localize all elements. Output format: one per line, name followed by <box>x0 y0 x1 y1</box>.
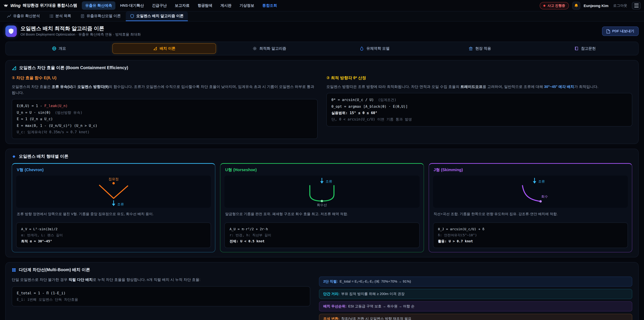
tab-boom-algorithm-theory[interactable]: 오일펜스 배치 알고리즘 이론 <box>126 12 188 21</box>
card-formula-block: A_V = L²·sin(2α)/2 α: 반개각, L: 펜스 길이 최적 α… <box>16 223 211 248</box>
chevron-diagram: 집유점 조류 <box>16 176 211 208</box>
svg-text:조류: 조류 <box>538 180 545 183</box>
building-icon <box>468 46 473 51</box>
card-description: 말굽형으로 기름을 완전 포위. 폐쇄형 구조로 회수 효율 최고. 저조류 해… <box>220 208 424 223</box>
section-nav-label: 현장 적용 <box>475 46 491 51</box>
card-description: 직선+곡선 조합. 기름을 한쪽으로 편향 유도하여 집유. 강조류·연안 배치… <box>429 208 632 223</box>
block-paragraph: 오일펜스 방향각은 조류 방향에 따라 최적화됩니다. 차단 면적과 오일 수집… <box>326 84 632 90</box>
page-shield-icon <box>5 26 17 37</box>
section-title: 오일펜스 차단 효율 이론 (Boom Containment Efficien… <box>19 65 128 71</box>
sub-tabbar: 유출유 확산분석 분석 목록 유출유확산모델 이론 오일펜스 배치 알고리즘 이… <box>0 12 644 22</box>
menu-button[interactable] <box>632 2 641 9</box>
section-nav-field-application[interactable]: 현장 적용 <box>428 43 532 54</box>
card-description: 조류 방향 정면에서 양쪽으로 펼친 V형. 기름을 중앙 집유점으로 유도, … <box>12 208 215 223</box>
section-nav-optimization-algorithm[interactable]: 최적화 알고리즘 <box>218 43 321 54</box>
efficiency-columns: ① 차단 효율 함수 E(θ, U) 오일펜스의 차단 효율은 조류 유속(U)… <box>12 75 632 139</box>
gear-icon <box>252 46 257 51</box>
set-square-icon <box>12 66 16 70</box>
page-title-block: 오일펜스 배치 최적화 알고리즘 이론 Oil Boom Deployment … <box>20 26 141 37</box>
shield-icon <box>130 14 134 18</box>
book-icon <box>574 46 578 51</box>
card-title: V형 (Chevron) <box>12 164 215 176</box>
section-nav-deployment-theory[interactable]: 배치 이론 <box>112 43 216 54</box>
section-title-row: 오일펜스 배치 형태별 이론 <box>12 154 632 160</box>
section-nav-overview[interactable]: 개요 <box>7 43 111 54</box>
tab-label: 오일펜스 배치 알고리즘 이론 <box>136 14 184 19</box>
brand-title: 해양환경 위기대응 통합시스템 <box>23 3 77 9</box>
section-nav-label: 참고문헌 <box>581 46 596 51</box>
multiboom-paragraph: 단일 오일펜스로 차단 불가한 경우 직렬 다단 배치로 누적 차단 효율을 향… <box>12 277 310 283</box>
document-icon <box>80 14 84 18</box>
tab-analysis-list[interactable]: 분석 목록 <box>45 12 76 21</box>
card-formula-block: A_U = π·r²/2 + 2r·h r: 반경, h: 직선부 길이 전제:… <box>224 223 420 248</box>
notifications-button[interactable] <box>572 2 580 10</box>
set-square-icon <box>153 46 157 51</box>
tab-label: 유출유확산모델 이론 <box>86 14 121 19</box>
nav-item-aerial-search[interactable]: 항공탐색 <box>194 1 216 10</box>
optimal-angle-block: ② 최적 방향각 θ* 산정 오일펜스 방향각은 조류 방향에 따라 최적화됩니… <box>326 75 632 139</box>
pdf-icon <box>606 29 610 33</box>
multiboom-rules: 2단 직렬:E_total = E₁+E₂-E₁·E₂ (예: 70%+70% … <box>319 277 632 320</box>
main-nav: 유출유 확산예측 HNS·대기확산 긴급구난 보고자료 항공탐색 게시판 기상정… <box>82 1 280 10</box>
block-heading: ② 최적 방향각 θ* 산정 <box>326 75 632 81</box>
section-nav-references[interactable]: 참고문헌 <box>533 43 637 54</box>
tab-diffusion-model-theory[interactable]: 유출유확산모델 이론 <box>76 12 125 21</box>
rule-priority: 배치 우선순위:ESI 고등급 구역 보호 → 취수원 → 어항 순 <box>319 301 632 311</box>
nav-item-emergency-rescue[interactable]: 긴급구난 <box>148 1 170 10</box>
incident-status-badge: 사고 진행중 <box>540 2 569 9</box>
nav-item-weather[interactable]: 기상정보 <box>236 1 258 10</box>
page-subtitle: Oil Boom Deployment Optimization · 유출유 확… <box>20 32 141 37</box>
card-formula-block: θ_J = arcsin(U_c/U) + δ δ: 안전여유각(5°~10°)… <box>433 223 628 248</box>
diamond-icon <box>12 155 16 159</box>
horseshoe-diagram: 조류 회수선 <box>224 176 420 208</box>
section-title: 오일펜스 배치 형태별 이론 <box>19 154 68 160</box>
list-icon <box>49 14 53 18</box>
incident-badge-label: 사고 진행중 <box>548 3 565 8</box>
globe-icon <box>52 46 56 51</box>
nav-item-board[interactable]: 게시판 <box>217 1 235 10</box>
section-nav-label: 배치 이론 <box>160 46 176 51</box>
tab-label: 분석 목록 <box>55 14 71 19</box>
section-nav-label: 유체역학 모델 <box>366 46 390 51</box>
section-nav-label: 최적화 알고리즘 <box>259 46 286 51</box>
card-title: J형 (Skimming) <box>429 164 632 176</box>
section-title: 다단계 차단선(Multi-Boom) 배치 이론 <box>19 267 90 273</box>
droplet-icon <box>360 46 364 51</box>
skimming-diagram: 조류 회수 <box>433 176 628 208</box>
layout-cards: V형 (Chevron) 집유점 조류 조류 방향 정면에서 양쪽으로 펼친 V… <box>12 163 632 252</box>
pdf-export-label: PDF 내보내기 <box>612 29 634 34</box>
section-containment-efficiency: 오일펜스 차단 효율 이론 (Boom Containment Efficien… <box>5 60 639 144</box>
tab-spill-analysis[interactable]: 유출유 확산분석 <box>3 12 44 21</box>
nav-item-hns-air-diffusion[interactable]: HNS·대기확산 <box>117 1 147 10</box>
incident-dot <box>544 5 546 7</box>
nav-item-integrated-search[interactable]: 통합조회 <box>259 1 280 10</box>
block-paragraph: 오일펜스의 차단 효율은 조류 유속(U)과 오일펜스 방향각(θ)의 함수입니… <box>12 84 318 96</box>
card-title: U형 (Horseshoe) <box>220 164 424 176</box>
multiboom-columns: 단일 오일펜스로 차단 불가한 경우 직렬 다단 배치로 누적 차단 효율을 향… <box>12 277 632 320</box>
section-title-row: 오일펜스 차단 효율 이론 (Boom Containment Efficien… <box>12 65 632 71</box>
nav-item-oil-spill-prediction[interactable]: 유출유 확산예측 <box>82 1 116 10</box>
angle-formula-block: θ* = arcsin(U_c / U) (임계조건) θ_opt = argm… <box>326 93 632 126</box>
pdf-export-button[interactable]: PDF 내보내기 <box>602 27 639 36</box>
logo-icon <box>3 3 8 8</box>
logo-text: Wing <box>10 3 21 8</box>
nav-item-reports[interactable]: 보고자료 <box>172 1 193 10</box>
section-nav: 개요 배치 이론 최적화 알고리즘 유체역학 모델 현장 적용 <box>5 42 639 55</box>
top-navbar: Wing 해양환경 위기대응 통합시스템 유출유 확산예측 HNS·대기확산 긴… <box>0 0 644 12</box>
rule-spacing: 단간 거리:부유 집적 방지를 위해 ≥ 200m 이격 권장 <box>319 289 632 299</box>
section-nav-label: 개요 <box>59 46 66 51</box>
multiboom-left: 단일 오일펜스로 차단 불가한 경우 직렬 다단 배치로 누적 차단 효율을 향… <box>12 277 310 306</box>
logout-button[interactable]: 로그아웃 <box>612 3 628 9</box>
page-title: 오일펜스 배치 최적화 알고리즘 이론 <box>20 26 141 31</box>
svg-text:조류: 조류 <box>117 203 124 206</box>
svg-text:회수선: 회수선 <box>317 203 327 207</box>
section-title-row: 다단계 차단선(Multi-Boom) 배치 이론 <box>12 267 632 273</box>
bell-icon <box>574 3 578 8</box>
section-nav-hydrodynamics[interactable]: 유체역학 모델 <box>323 43 426 54</box>
trend-line-icon <box>7 14 11 18</box>
rule-series: 2단 직렬:E_total = E₁+E₂-E₁·E₂ (예: 70%+70% … <box>319 277 632 287</box>
page-header: 오일펜스 배치 최적화 알고리즘 이론 Oil Boom Deployment … <box>0 22 644 40</box>
user-name: Eunjeong Kim <box>584 4 608 8</box>
svg-text:집유점: 집유점 <box>108 177 118 181</box>
section-multiboom: 다단계 차단선(Multi-Boom) 배치 이론 단일 오일펜스로 차단 불가… <box>5 262 639 320</box>
